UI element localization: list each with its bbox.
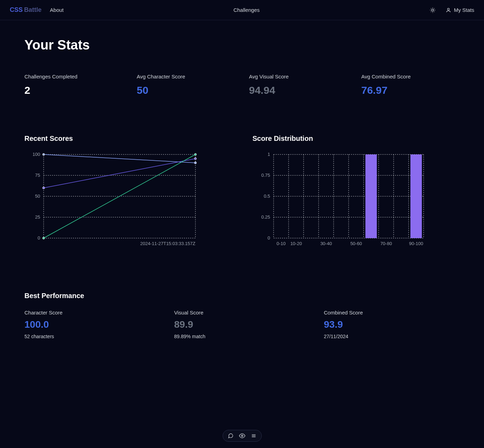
stat-value: 94.94 — [249, 84, 348, 96]
page-title: Your Stats — [24, 38, 460, 53]
svg-text:75: 75 — [35, 173, 40, 178]
theme-toggle-button[interactable] — [430, 7, 436, 13]
svg-text:0: 0 — [38, 235, 40, 241]
best-performance-title: Best Performance — [24, 292, 460, 300]
speech-bubble-icon — [228, 433, 233, 439]
line-chart-svg: 02550751002024-11-27T15:03:33.157Z — [24, 151, 199, 252]
recent-scores-title: Recent Scores — [24, 135, 232, 143]
stat-label: Avg Visual Score — [249, 74, 348, 79]
recent-scores-chart: 02550751002024-11-27T15:03:33.157Z — [24, 151, 232, 253]
svg-point-28 — [194, 153, 196, 155]
stat-label: Avg Combined Score — [361, 74, 460, 79]
stat-value: 50 — [137, 84, 235, 96]
best-value: 100.0 — [24, 319, 160, 330]
menu-icon — [251, 433, 256, 439]
svg-text:0.5: 0.5 — [263, 193, 270, 199]
best-grid: Character Score100.052 charactersVisual … — [24, 310, 460, 339]
logo-battle: Battle — [24, 6, 42, 14]
toolbar-visibility-button[interactable] — [239, 433, 245, 439]
user-icon — [446, 7, 451, 13]
svg-rect-51 — [410, 154, 422, 238]
mystats-label: My Stats — [454, 7, 474, 13]
svg-line-7 — [431, 12, 431, 12]
svg-point-0 — [432, 9, 434, 11]
svg-text:90-100: 90-100 — [409, 241, 423, 246]
svg-text:0: 0 — [267, 235, 270, 241]
svg-point-25 — [43, 187, 45, 189]
best-value: 89.9 — [174, 319, 310, 330]
bottom-toolbar — [223, 430, 262, 442]
svg-text:0-10: 0-10 — [276, 241, 285, 246]
eye-icon — [239, 433, 245, 439]
stat-block: Avg Combined Score76.97 — [361, 74, 460, 96]
recent-scores-panel: Recent Scores 02550751002024-11-27T15:03… — [24, 135, 232, 253]
svg-text:10-20: 10-20 — [290, 241, 301, 246]
svg-line-4 — [434, 12, 434, 12]
svg-text:0.25: 0.25 — [261, 214, 270, 220]
svg-text:70-80: 70-80 — [380, 241, 392, 246]
svg-line-8 — [434, 8, 434, 8]
stats-grid: Challenges Completed2Avg Character Score… — [24, 74, 460, 96]
svg-point-58 — [241, 435, 243, 437]
svg-text:0.75: 0.75 — [261, 173, 270, 178]
stat-block: Challenges Completed2 — [24, 74, 123, 96]
svg-text:30-40: 30-40 — [320, 241, 332, 246]
stat-label: Challenges Completed — [24, 74, 123, 79]
score-distribution-panel: Score Distribution 00.250.50.7510-1010-2… — [253, 135, 460, 253]
stat-block: Avg Visual Score94.94 — [249, 74, 348, 96]
logo-css: CSS — [10, 6, 23, 14]
main-content: Your Stats Challenges Completed2Avg Char… — [0, 20, 484, 357]
svg-point-26 — [194, 158, 196, 160]
sun-icon — [430, 7, 436, 13]
svg-point-23 — [43, 153, 45, 155]
best-block: Character Score100.052 characters — [24, 310, 160, 339]
header-left: CSS Battle About — [10, 6, 64, 14]
stat-value: 2 — [24, 84, 123, 96]
best-sub: 52 characters — [24, 334, 160, 339]
svg-line-3 — [431, 8, 431, 8]
header: CSS Battle About Challenges My Stats — [0, 0, 484, 20]
nav-challenges[interactable]: Challenges — [233, 7, 260, 13]
svg-text:1: 1 — [267, 152, 270, 157]
svg-text:2024-11-27T15:03:33.157Z: 2024-11-27T15:03:33.157Z — [140, 241, 195, 246]
nav-about[interactable]: About — [50, 7, 64, 13]
mystats-link[interactable]: My Stats — [446, 7, 474, 13]
svg-text:25: 25 — [35, 214, 40, 220]
best-label: Character Score — [24, 310, 160, 316]
svg-text:50: 50 — [35, 193, 40, 199]
best-block: Combined Score93.927/11/2024 — [324, 310, 460, 339]
svg-rect-50 — [365, 154, 377, 238]
header-right: My Stats — [430, 7, 474, 13]
best-label: Combined Score — [324, 310, 460, 316]
stat-value: 76.97 — [361, 84, 460, 96]
score-distribution-chart: 00.250.50.7510-1010-2030-4050-6070-8090-… — [253, 151, 460, 253]
svg-text:100: 100 — [32, 152, 40, 157]
best-label: Visual Score — [174, 310, 310, 316]
best-block: Visual Score89.989.89% match — [174, 310, 310, 339]
svg-point-9 — [447, 8, 449, 10]
toolbar-menu-button[interactable] — [251, 433, 256, 439]
best-sub: 27/11/2024 — [324, 334, 460, 339]
score-distribution-title: Score Distribution — [253, 135, 460, 143]
logo[interactable]: CSS Battle — [10, 6, 42, 14]
svg-point-24 — [194, 162, 196, 164]
stat-label: Avg Character Score — [137, 74, 235, 79]
best-sub: 89.89% match — [174, 334, 310, 339]
best-value: 93.9 — [324, 319, 460, 330]
svg-text:50-60: 50-60 — [350, 241, 362, 246]
toolbar-comment-button[interactable] — [228, 433, 233, 439]
charts-row: Recent Scores 02550751002024-11-27T15:03… — [24, 135, 460, 253]
bar-chart-svg: 00.250.50.7510-1010-2030-4050-6070-8090-… — [253, 151, 427, 252]
svg-point-27 — [43, 237, 45, 239]
stat-block: Avg Character Score50 — [137, 74, 235, 96]
